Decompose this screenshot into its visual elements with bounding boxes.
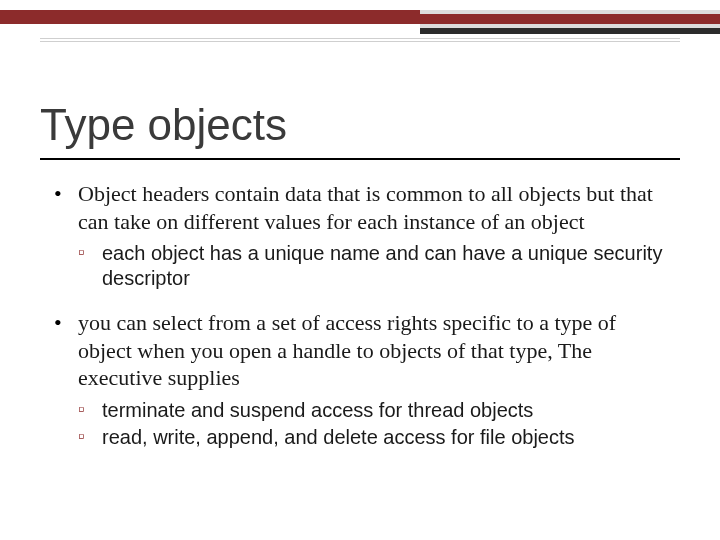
slide: Type objects Object headers contain data… [0, 0, 720, 540]
sub-bullet-item: each object has a unique name and can ha… [78, 241, 674, 291]
bullet-item: you can select from a set of access righ… [54, 309, 674, 450]
decorative-header-bars [0, 0, 720, 36]
header-rule-2 [40, 41, 680, 42]
slide-title: Type objects [40, 100, 287, 150]
sub-bullet-item: read, write, append, and delete access f… [78, 425, 674, 450]
sub-bullet-text: terminate and suspend access for thread … [102, 399, 533, 421]
slide-content: Object headers contain data that is comm… [54, 180, 674, 468]
bullet-text: Object headers contain data that is comm… [78, 181, 653, 234]
title-underline [40, 158, 680, 160]
bullet-item: Object headers contain data that is comm… [54, 180, 674, 291]
sub-bullet-item: terminate and suspend access for thread … [78, 398, 674, 423]
bullet-text: you can select from a set of access righ… [78, 310, 616, 390]
sub-bullet-text: read, write, append, and delete access f… [102, 426, 575, 448]
sub-bullet-text: each object has a unique name and can ha… [102, 242, 662, 289]
header-rule-1 [40, 38, 680, 39]
